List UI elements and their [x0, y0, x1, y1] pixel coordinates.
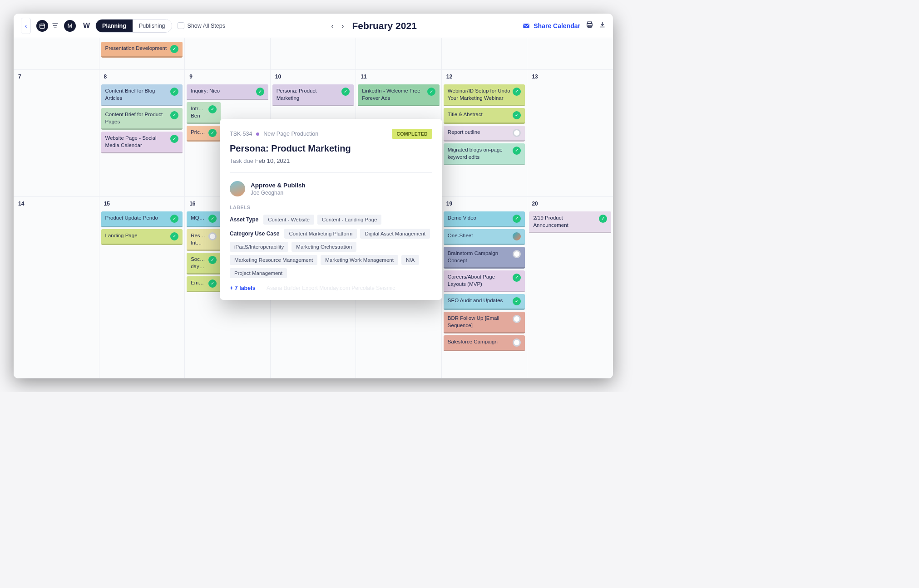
list-view-icon[interactable]	[52, 22, 59, 30]
task-card[interactable]: Salesforce Campaign	[444, 335, 525, 351]
check-icon: ✓	[341, 88, 350, 96]
task-card[interactable]: Soc… day…✓	[187, 253, 221, 274]
task-card[interactable]: Careers/About Page Layouts (MVP)✓	[444, 270, 525, 292]
calendar-view-button[interactable]	[36, 20, 48, 32]
seg-planning[interactable]: Planning	[96, 20, 133, 32]
task-card[interactable]: Title & Abstract✓	[444, 108, 525, 124]
avatar	[513, 315, 521, 323]
task-card[interactable]: Landing Page✓	[101, 229, 183, 245]
check-icon: ✓	[513, 111, 521, 119]
mode-segmented: Planning Publishing	[95, 19, 172, 33]
assignee-name: Joe Geoghan	[251, 190, 306, 196]
task-card[interactable]: MQ…✓	[187, 211, 221, 227]
task-card[interactable]: 2/19 Product Announcement✓	[529, 211, 611, 233]
task-card[interactable]: LinkedIn - Welcome Free Forever Ads✓	[358, 84, 440, 106]
month-nav: ‹ › February 2021	[231, 20, 517, 31]
task-card[interactable]: Migrated blogs on-page keyword edits✓	[444, 143, 525, 165]
m-badge[interactable]: M	[64, 20, 76, 32]
task-card[interactable]: Content Brief for Blog Articles✓	[101, 84, 183, 106]
check-icon: ✓	[599, 215, 607, 223]
check-icon: ✓	[170, 135, 178, 143]
seg-publishing[interactable]: Publishing	[133, 20, 172, 32]
svg-rect-0	[40, 24, 45, 28]
task-card[interactable]: Brainstorm Campaign Concept	[444, 247, 525, 269]
app-window: ‹ M W Planning Publishing Show All Steps…	[14, 14, 613, 378]
task-card[interactable]: Pric…✓	[187, 126, 221, 142]
show-all-label: Show All Steps	[188, 23, 225, 29]
label-chip[interactable]: Marketing Orchestration	[292, 242, 356, 252]
check-icon: ✓	[427, 88, 435, 96]
show-all-steps-checkbox[interactable]: Show All Steps	[178, 22, 225, 29]
svg-rect-7	[524, 24, 529, 28]
checkbox-icon	[178, 22, 184, 29]
check-icon: ✓	[513, 88, 521, 96]
task-card[interactable]: Report outline	[444, 126, 525, 142]
task-title: Persona: Product Marketing	[230, 143, 432, 154]
calendar-row: Presentation Development✓	[14, 38, 613, 70]
more-labels-link[interactable]: + 7 labels	[230, 285, 256, 291]
check-icon: ✓	[256, 88, 264, 96]
label-chip[interactable]: Digital Asset Management	[360, 229, 430, 239]
task-card[interactable]: Inquiry: Nico✓	[187, 84, 268, 100]
label-chip[interactable]: Content - Landing Page	[317, 215, 381, 225]
ghost-labels: Asana Builder Export Monday.com Percolat…	[267, 285, 395, 291]
check-icon: ✓	[513, 147, 521, 155]
avatar	[513, 338, 521, 347]
label-chip[interactable]: Project Management	[230, 268, 287, 278]
check-icon: ✓	[513, 297, 521, 305]
label-chip[interactable]: Marketing Work Management	[321, 255, 398, 265]
step-name: Approve & Publish	[251, 182, 306, 189]
check-icon: ✓	[208, 279, 217, 288]
print-button[interactable]	[586, 21, 593, 30]
mail-icon	[523, 23, 530, 29]
category-dot-icon	[256, 132, 259, 136]
task-card[interactable]: One-Sheet	[444, 229, 525, 245]
status-badge: COMPLETED	[392, 129, 432, 139]
download-button[interactable]	[599, 21, 606, 30]
task-popover: TSK-534 New Page Production COMPLETED Pe…	[220, 119, 442, 300]
check-icon: ✓	[170, 45, 178, 53]
check-icon: ✓	[513, 215, 521, 223]
label-chip[interactable]: Content - Website	[263, 215, 314, 225]
label-chip[interactable]: Marketing Resource Management	[230, 255, 317, 265]
task-breadcrumb: New Page Production	[263, 131, 318, 137]
task-card[interactable]: SEO Audit and Updates✓	[444, 294, 525, 310]
task-card[interactable]: Webinar/ID Setup for Undo Your Marketing…	[444, 84, 525, 106]
check-icon: ✓	[208, 129, 217, 137]
label-chip[interactable]: iPaaS/Interoperability	[230, 242, 288, 252]
task-card[interactable]: Content Brief for Product Pages✓	[101, 108, 183, 130]
avatar	[230, 181, 245, 196]
avatar	[208, 232, 217, 240]
task-due: Task due Feb 10, 2021	[230, 157, 432, 164]
task-card[interactable]: Persona: Product Marketing✓	[272, 84, 354, 106]
back-button[interactable]: ‹	[21, 18, 31, 34]
assignee-block: Approve & Publish Joe Geoghan	[230, 181, 432, 196]
label-row-asset: Asset Type Content - Website Content - L…	[230, 215, 432, 225]
task-card[interactable]: Presentation Development✓	[101, 42, 183, 58]
labels-heading: LABELS	[230, 205, 432, 210]
task-card[interactable]: Product Update Pendo✓	[101, 211, 183, 227]
check-icon: ✓	[208, 215, 217, 223]
task-card[interactable]: Res… Int…	[187, 229, 221, 251]
avatar	[513, 232, 521, 240]
task-card[interactable]: Website Page - Social Media Calendar✓	[101, 132, 183, 153]
task-card[interactable]: Em…✓	[187, 276, 221, 292]
month-label: February 2021	[352, 20, 416, 31]
share-calendar-button[interactable]: Share Calendar	[523, 22, 580, 29]
check-icon: ✓	[170, 215, 178, 223]
task-card[interactable]: BDR Follow Up [Email Sequence]	[444, 312, 525, 333]
w-badge[interactable]: W	[83, 22, 90, 30]
prev-month-button[interactable]: ‹	[331, 22, 333, 29]
task-card[interactable]: Intr… Ben✓	[187, 102, 221, 124]
toolbar: ‹ M W Planning Publishing Show All Steps…	[14, 14, 613, 38]
next-month-button[interactable]: ›	[341, 22, 344, 29]
task-card[interactable]: Demo Video✓	[444, 211, 525, 227]
label-chip[interactable]: Content Marketing Platform	[284, 229, 357, 239]
check-icon: ✓	[170, 232, 178, 240]
check-icon: ✓	[513, 274, 521, 282]
avatar	[513, 129, 521, 137]
check-icon: ✓	[170, 111, 178, 119]
label-chip[interactable]: N/A	[401, 255, 419, 265]
check-icon: ✓	[208, 105, 217, 113]
label-row-category: Category Use Case Content Marketing Plat…	[230, 229, 432, 278]
